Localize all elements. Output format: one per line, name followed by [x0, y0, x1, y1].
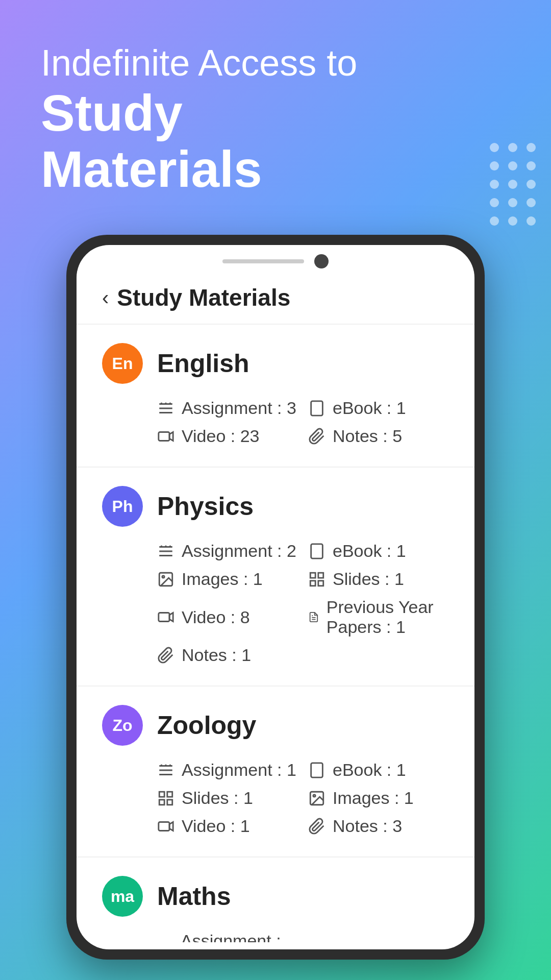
- subject-card-physics[interactable]: Ph Physics Assignment : 2 eBook :: [77, 468, 474, 687]
- nav-header: ‹ Study Materials: [77, 274, 474, 325]
- stat-assignment: Assignment : 1: [157, 760, 298, 780]
- stat-images: Images : 1: [157, 569, 298, 589]
- stat-assignment: Assignment : 2: [157, 541, 298, 561]
- subject-name-zoology: Zoology: [157, 710, 256, 740]
- svg-rect-17: [159, 822, 169, 830]
- svg-rect-14: [167, 799, 172, 804]
- svg-rect-10: [311, 763, 323, 777]
- subject-card-maths[interactable]: ma Maths Assignment : 10: [77, 857, 474, 942]
- dots-decoration: [490, 143, 536, 226]
- subject-header-english: En English: [102, 343, 449, 384]
- stat-ebook: eBook : 1: [308, 760, 449, 780]
- stat-notes: Notes : 3: [308, 816, 449, 836]
- stat-video: Video : 8: [157, 597, 298, 637]
- stat-prev-papers: Previous Year Papers : 1: [308, 597, 449, 637]
- stat-assignment: Assignment : 3: [157, 398, 298, 418]
- hero-line2: Study Materials: [41, 85, 510, 197]
- screen-content[interactable]: ‹ Study Materials En English Assignment …: [77, 274, 474, 942]
- notch-camera: [314, 254, 329, 268]
- stat-slides: Slides : 1: [308, 569, 449, 589]
- stat-notes: Notes : 1: [157, 645, 298, 665]
- subject-header-maths: ma Maths: [102, 876, 449, 917]
- avatar-zoology: Zo: [102, 705, 143, 746]
- notch-bar: [222, 259, 304, 263]
- svg-rect-5: [310, 573, 315, 578]
- stats-physics: Assignment : 2 eBook : 1: [102, 541, 449, 665]
- stats-maths: Assignment : 10 Audio : 4: [102, 931, 449, 942]
- svg-rect-6: [318, 573, 323, 578]
- subject-card-english[interactable]: En English Assignment : 3 eBook :: [77, 325, 474, 468]
- stat-audio: Audio : 4: [308, 931, 449, 942]
- avatar-physics: Ph: [102, 486, 143, 527]
- svg-rect-2: [311, 544, 323, 558]
- svg-point-4: [162, 575, 164, 577]
- stats-english: Assignment : 3 eBook : 1 Video : 23: [102, 398, 449, 446]
- stat-video: Video : 23: [157, 426, 298, 446]
- subject-name-maths: Maths: [157, 881, 231, 911]
- stat-ebook: eBook : 1: [308, 398, 449, 418]
- back-button[interactable]: ‹: [102, 286, 109, 309]
- stat-video: Video : 1: [157, 816, 298, 836]
- avatar-english: En: [102, 343, 143, 384]
- svg-rect-13: [159, 799, 164, 804]
- stat-images: Images : 1: [308, 788, 449, 808]
- svg-rect-0: [311, 401, 323, 415]
- stat-notes: Notes : 5: [308, 426, 449, 446]
- page-title: Study Materials: [117, 284, 290, 311]
- subject-name-english: English: [157, 349, 249, 378]
- subject-header-zoology: Zo Zoology: [102, 705, 449, 746]
- svg-rect-1: [159, 432, 169, 440]
- avatar-maths: ma: [102, 876, 143, 917]
- hero-section: Indefinite Access to Study Materials: [41, 41, 510, 197]
- stat-assignment: Assignment : 10: [157, 931, 298, 942]
- hero-line2-part1: Study: [41, 84, 183, 141]
- hero-line2-part2: Materials: [41, 140, 262, 198]
- phone-notch: [77, 245, 474, 274]
- phone-mockup: ‹ Study Materials En English Assignment …: [66, 235, 485, 960]
- svg-rect-9: [159, 613, 169, 622]
- svg-rect-11: [159, 792, 164, 797]
- hero-line1: Indefinite Access to: [41, 41, 510, 85]
- subject-name-physics: Physics: [157, 492, 254, 521]
- svg-point-16: [313, 794, 315, 796]
- subject-header-physics: Ph Physics: [102, 486, 449, 527]
- stats-zoology: Assignment : 1 eBook : 1 Slides : 1: [102, 760, 449, 836]
- stat-slides: Slides : 1: [157, 788, 298, 808]
- svg-rect-8: [318, 580, 323, 585]
- stat-ebook: eBook : 1: [308, 541, 449, 561]
- svg-rect-7: [310, 580, 315, 585]
- subject-card-zoology[interactable]: Zo Zoology Assignment : 1 eBook :: [77, 687, 474, 857]
- svg-rect-12: [167, 792, 172, 797]
- phone-screen: ‹ Study Materials En English Assignment …: [77, 245, 474, 949]
